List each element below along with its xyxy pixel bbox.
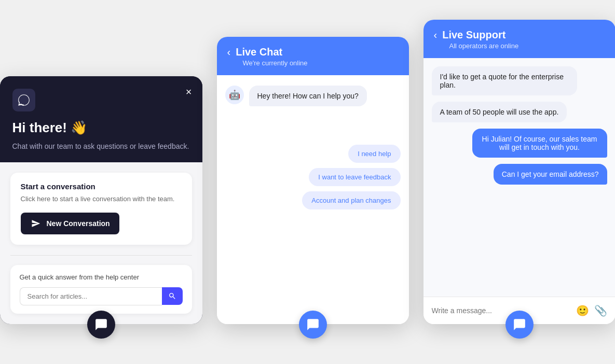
attachment-icon[interactable]: 📎 (594, 304, 607, 317)
greeting-text: Hi there! 👋 (12, 120, 190, 136)
fab-1-container (87, 311, 115, 339)
live-support-header: ‹ Live Support All operators are online (423, 20, 616, 58)
message-input[interactable] (432, 306, 571, 315)
search-input[interactable] (20, 287, 162, 305)
card-title: Start a conversation (21, 182, 182, 191)
conversation-card: Start a conversation Click here to start… (10, 173, 192, 245)
quick-replies: I need help I want to leave feedback Acc… (225, 145, 401, 209)
emoji-icon[interactable]: 🙂 (576, 304, 589, 317)
msg-received-1: I'd like to get a quote for the enterpri… (432, 66, 577, 95)
brand-logo (12, 89, 35, 111)
widget-body: Start a conversation Click here to start… (0, 162, 202, 324)
chat-icon-2 (306, 318, 320, 331)
back-button-3[interactable]: ‹ (434, 30, 438, 40)
input-icons: 🙂 📎 (576, 304, 607, 317)
live-chat-title: Live Chat (236, 46, 282, 58)
msg-sent-1: Hi Julian! Of course, our sales team wil… (472, 129, 607, 158)
new-conversation-button[interactable]: New Conversation (21, 213, 119, 234)
header-row: ‹ Live Chat (227, 46, 399, 58)
fab-3-container (505, 311, 534, 339)
chat-body-2: 🤖 Hey there! How can I help you? I need … (217, 75, 409, 324)
support-header-row: ‹ Live Support (434, 29, 605, 41)
msg-received-2: A team of 50 people will use the app. (432, 102, 567, 122)
search-button[interactable] (162, 287, 183, 305)
live-support-widget: ‹ Live Support All operators are online … (423, 20, 616, 324)
help-label: Get a quick answer from the help center (20, 273, 183, 281)
send-icon (30, 218, 42, 229)
welcome-widget: × Hi there! 👋 Chat with our team to ask … (0, 76, 202, 324)
live-chat-subtitle: We're currently online (227, 59, 399, 67)
fab-2-container (299, 311, 327, 339)
new-conv-label: New Conversation (47, 219, 110, 228)
fab-button-3[interactable] (505, 311, 534, 339)
chat-icon-1 (94, 318, 108, 331)
card-desc: Click here to start a live conversation … (21, 194, 182, 204)
msg-sent-2: Can I get your email address? (494, 164, 607, 185)
help-section: Get a quick answer from the help center (10, 265, 192, 314)
quick-reply-3[interactable]: Account and plan changes (302, 191, 400, 209)
bot-bubble: Hey there! How can I help you? (249, 86, 367, 106)
live-chat-header: ‹ Live Chat We're currently online (217, 37, 409, 75)
logo-icon (17, 93, 31, 107)
live-support-title: Live Support (442, 29, 505, 41)
search-row (20, 287, 183, 305)
divider (10, 255, 192, 256)
support-chat-body: I'd like to get a quote for the enterpri… (423, 58, 616, 297)
search-icon (168, 292, 176, 300)
welcome-header: × Hi there! 👋 Chat with our team to ask … (0, 76, 202, 162)
close-button[interactable]: × (186, 87, 192, 97)
quick-reply-2[interactable]: I want to leave feedback (309, 168, 400, 186)
fab-button-2[interactable] (299, 311, 327, 339)
bot-avatar: 🤖 (225, 86, 244, 104)
quick-reply-1[interactable]: I need help (348, 145, 400, 163)
back-button-2[interactable]: ‹ (227, 47, 231, 57)
bot-message-row: 🤖 Hey there! How can I help you? (225, 86, 401, 106)
live-support-subtitle: All operators are online (434, 42, 605, 50)
subtext: Chat with our team to ask questions or l… (12, 141, 190, 152)
live-chat-widget: ‹ Live Chat We're currently online 🤖 Hey… (217, 37, 409, 324)
fab-button-1[interactable] (87, 311, 115, 339)
chat-icon-3 (513, 318, 526, 331)
